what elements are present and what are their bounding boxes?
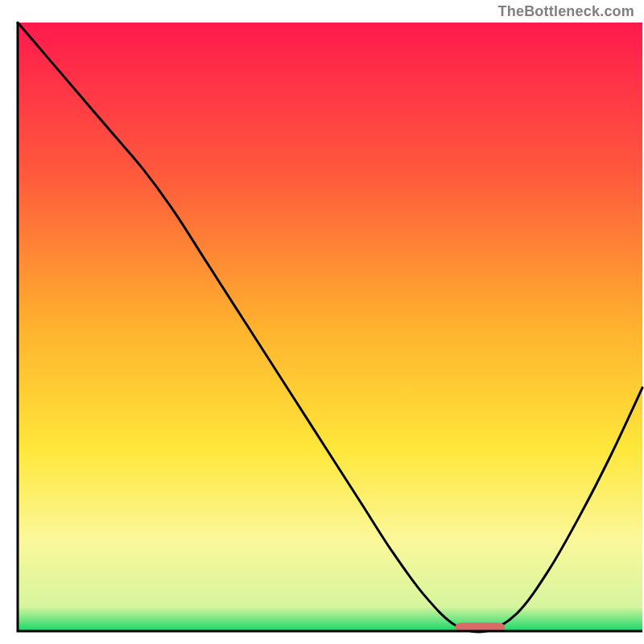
- bottleneck-chart: [0, 0, 644, 644]
- plot-background: [18, 23, 642, 631]
- chart-container: TheBottleneck.com: [0, 0, 644, 644]
- optimal-marker: [455, 622, 505, 631]
- watermark-text: TheBottleneck.com: [498, 3, 634, 20]
